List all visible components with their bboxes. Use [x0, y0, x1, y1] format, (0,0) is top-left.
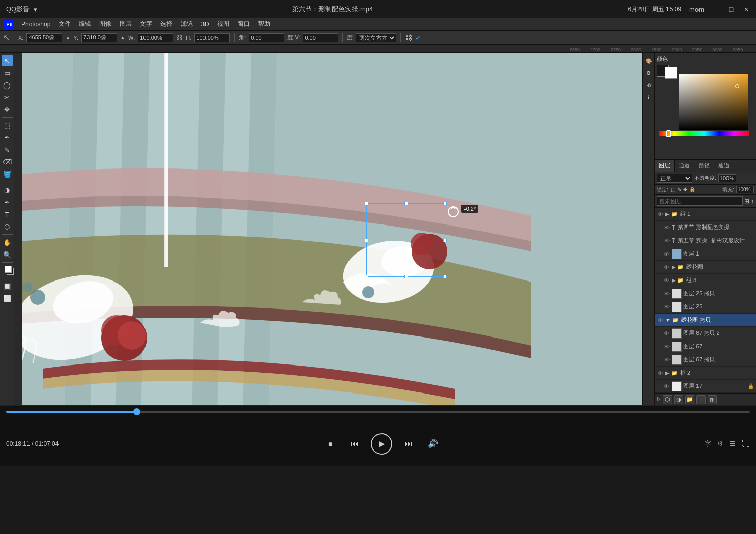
hskew-input[interactable]: [303, 33, 338, 42]
maximize-button[interactable]: □: [728, 6, 735, 13]
text-tool[interactable]: T: [2, 209, 13, 220]
layer-1[interactable]: 👁 图层 1: [655, 247, 756, 261]
angle-input[interactable]: [249, 33, 284, 42]
layer-embroidery-copy[interactable]: 👁 ▼ 📁 绣花圈 拷贝: [655, 314, 756, 327]
menu-edit[interactable]: 编辑: [76, 19, 94, 30]
app-name[interactable]: QQ影音: [6, 5, 30, 14]
visibility-toggle[interactable]: 👁: [663, 264, 670, 270]
x-input[interactable]: [26, 33, 62, 42]
color-gradient[interactable]: [679, 74, 748, 130]
expand-icon[interactable]: ▶: [665, 211, 670, 217]
layer-styles-icon[interactable]: fx: [657, 397, 661, 402]
w-input[interactable]: [138, 33, 173, 42]
heal-tool[interactable]: ⬚: [2, 120, 13, 131]
layer-embroidery-group[interactable]: 👁 ▶ 📁 绣花圈: [655, 261, 756, 274]
menu-photoshop[interactable]: Photoshop: [18, 20, 53, 29]
expand-icon[interactable]: ▶: [672, 264, 676, 270]
color-cursor[interactable]: [735, 84, 739, 88]
background-swatch[interactable]: [665, 67, 677, 79]
layer-25-copy[interactable]: 👁 图层 25 拷贝: [655, 287, 756, 300]
fill-tool[interactable]: 🪣: [2, 168, 13, 180]
create-layer-button[interactable]: +: [696, 395, 706, 404]
layer-25[interactable]: 👁 图层 25: [655, 300, 756, 314]
sel-handle-bc[interactable]: [404, 275, 408, 278]
menu-help[interactable]: 帮助: [255, 19, 273, 30]
y-input[interactable]: [81, 33, 117, 42]
interpolation-select[interactable]: 两次立方方: [356, 33, 396, 42]
sel-handle-tc[interactable]: [404, 202, 408, 205]
sel-handle-br[interactable]: [443, 275, 447, 278]
menu-image[interactable]: 图像: [96, 19, 114, 30]
quick-mask[interactable]: 🔲: [2, 280, 13, 292]
expand-icon[interactable]: ▶: [665, 370, 670, 376]
visibility-toggle[interactable]: 👁: [663, 304, 670, 310]
zoom-tool[interactable]: 🔍: [2, 249, 13, 260]
create-adjustment-button[interactable]: ◑: [674, 395, 683, 404]
panel-adjust[interactable]: ⚙: [643, 67, 654, 78]
sel-handle-ml[interactable]: [365, 239, 368, 242]
next-button[interactable]: ⏭: [400, 436, 417, 452]
fullscreen-button[interactable]: ⛶: [742, 439, 750, 448]
pen-tool[interactable]: ✒: [2, 196, 13, 208]
layer-67[interactable]: 👁 图层 67: [655, 340, 756, 353]
tab-paths[interactable]: 路径: [694, 160, 714, 172]
app-dropdown-icon[interactable]: ▾: [34, 6, 37, 13]
layer-67-copy2[interactable]: 👁 图层 67 拷贝 2: [655, 327, 756, 340]
clone-tool[interactable]: ✎: [2, 144, 13, 155]
tab-channels[interactable]: 通道: [675, 160, 694, 172]
sel-handle-bl[interactable]: [365, 275, 368, 278]
lasso-tool[interactable]: ◯: [2, 79, 13, 91]
visibility-toggle[interactable]: 👁: [663, 251, 670, 257]
expand-icon[interactable]: ▼: [665, 317, 671, 323]
visibility-toggle[interactable]: 👁: [663, 224, 670, 231]
prev-button[interactable]: ⏮: [346, 436, 363, 452]
progress-track[interactable]: [6, 411, 750, 413]
panel-history[interactable]: ⟲: [643, 79, 654, 91]
eyedropper-tool[interactable]: ✥: [2, 104, 13, 115]
eraser-tool[interactable]: ⌫: [2, 156, 13, 167]
sort-icon[interactable]: ↕: [751, 198, 754, 205]
lock-position-icon[interactable]: ✥: [683, 187, 687, 192]
tab-layers[interactable]: 图层: [655, 160, 675, 172]
canvas-area[interactable]: -0.2° 🎨 ⚙ ⟲ ℹ: [22, 53, 654, 405]
visibility-toggle[interactable]: 👁: [663, 291, 670, 297]
layer-67-copy[interactable]: 👁 图层 67 拷贝: [655, 353, 756, 367]
foreground-color[interactable]: [2, 265, 13, 276]
visibility-toggle[interactable]: 👁: [663, 238, 670, 244]
add-mask-button[interactable]: ⬡: [663, 395, 672, 404]
menu-view[interactable]: 视图: [214, 19, 232, 30]
link-icon[interactable]: ⛓: [177, 34, 183, 41]
visibility-toggle[interactable]: 👁: [657, 317, 664, 323]
visibility-toggle[interactable]: 👁: [663, 277, 670, 284]
confirm-icon[interactable]: ✓: [415, 34, 421, 42]
menu-file[interactable]: 文件: [55, 19, 74, 30]
visibility-toggle[interactable]: 👁: [663, 330, 670, 336]
hue-cursor[interactable]: [666, 130, 671, 137]
menu-window[interactable]: 窗口: [235, 19, 253, 30]
opacity-input[interactable]: [718, 174, 736, 182]
hand-tool[interactable]: ✋: [2, 237, 13, 248]
lock-all-icon[interactable]: 🔒: [689, 187, 695, 192]
shape-tool[interactable]: ⬡: [2, 221, 13, 232]
lock-brush-icon[interactable]: ✎: [677, 187, 681, 192]
chain-icon[interactable]: ⛓: [405, 34, 412, 42]
stop-button[interactable]: ■: [322, 436, 338, 452]
blend-mode-select[interactable]: 正常 溶解 正片叠底: [657, 174, 692, 183]
create-group-button[interactable]: 📁: [685, 395, 694, 404]
filter-icon[interactable]: ⊞: [744, 198, 749, 205]
layers-search-input[interactable]: [657, 196, 743, 206]
marquee-tool[interactable]: ▭: [2, 67, 13, 78]
visibility-toggle[interactable]: 👁: [663, 383, 670, 389]
close-button[interactable]: ×: [743, 6, 750, 13]
visibility-toggle[interactable]: 👁: [663, 344, 670, 350]
panel-info[interactable]: ℹ: [643, 92, 654, 103]
layer-17[interactable]: 👁 图层 17 🔒: [655, 380, 756, 393]
panel-color[interactable]: 🎨: [643, 55, 654, 66]
tab-channels2[interactable]: 通道: [714, 160, 734, 172]
play-button[interactable]: ▶: [371, 433, 392, 455]
playlist-button[interactable]: ☰: [730, 440, 736, 447]
layer-text1[interactable]: 👁 T 第四节 形制配色实操: [655, 221, 756, 234]
crop-tool[interactable]: ✂: [2, 92, 13, 103]
progress-thumb[interactable]: [133, 408, 140, 415]
layer-group3[interactable]: 👁 ▶ 📁 组 3: [655, 274, 756, 287]
